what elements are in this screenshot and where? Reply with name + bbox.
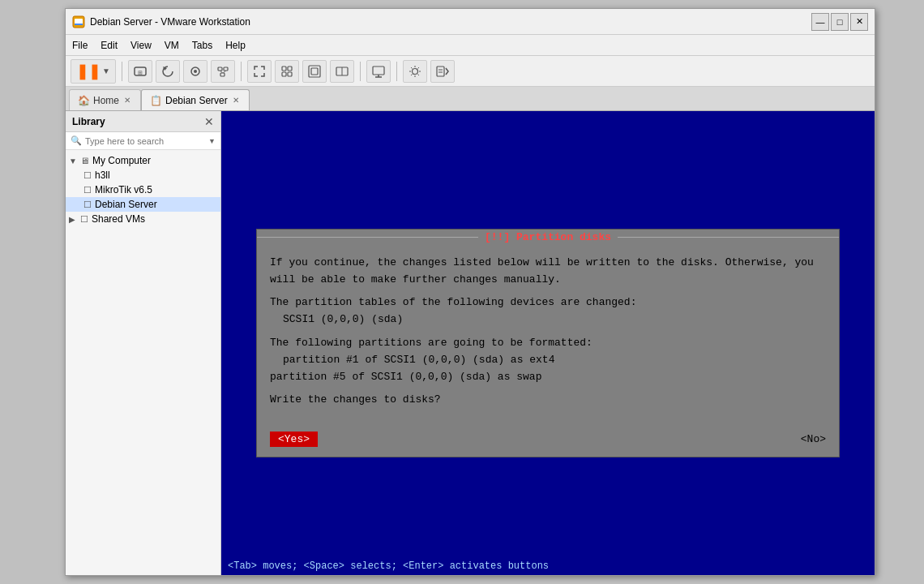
debian-server-label: Debian Server	[95, 199, 157, 210]
tab-debian-server[interactable]: 📋 Debian Server ✕	[141, 89, 250, 110]
tab-home-close[interactable]: ✕	[122, 96, 132, 105]
toolbar-sep-3	[360, 62, 361, 81]
title-bar-left: Debian Server - VMware Workstation	[72, 15, 250, 28]
svg-rect-10	[220, 73, 225, 76]
h3ll-label: h3ll	[95, 170, 110, 181]
partition-dialog: [!!] Partition disks If you continue, th…	[256, 229, 840, 457]
debian-tab-icon: 📋	[150, 95, 162, 106]
minimize-button[interactable]: —	[811, 13, 829, 31]
dialog-title-text: [!!] Partition disks	[478, 231, 618, 243]
fit-guest-button[interactable]	[302, 60, 327, 83]
send-ctrl-alt-del-button[interactable]: ⊞	[128, 60, 152, 83]
sidebar-tree: ▼ 🖥 My Computer ☐ h3ll ☐ MikroTik v6.5 ☐	[66, 150, 220, 575]
expand-icon-shared: ▶	[69, 215, 77, 224]
autofit-button[interactable]	[330, 60, 354, 83]
dialog-indent-2: partition #1 of SCSI1 (0,0,0) (sda) as e…	[270, 354, 554, 383]
svg-rect-17	[309, 66, 320, 77]
svg-rect-13	[282, 67, 286, 71]
vm-icon-mikrotik: ☐	[83, 185, 92, 195]
home-tab-icon: 🏠	[78, 95, 90, 106]
toolbar: ❚❚ ▼ ⊞	[66, 56, 875, 87]
menu-edit[interactable]: Edit	[94, 38, 124, 53]
sidebar-close-button[interactable]: ✕	[204, 115, 214, 128]
vm-icon-debian: ☐	[83, 200, 92, 210]
menu-vm[interactable]: VM	[158, 38, 186, 53]
vm-icon-h3ll: ☐	[83, 170, 92, 181]
toolbar-sep-4	[396, 62, 397, 81]
svg-rect-1	[75, 19, 83, 24]
sidebar-header: Library ✕	[66, 111, 220, 132]
my-computer-label: My Computer	[92, 155, 151, 166]
dialog-no-button[interactable]: <No>	[801, 433, 826, 445]
content-area: Library ✕ 🔍 ▼ ▼ 🖥 My Computer ☐ h3ll	[66, 111, 875, 575]
vm-status-bar: <Tab> moves; <Space> selects; <Enter> ac…	[221, 557, 875, 575]
computer-icon: 🖥	[80, 156, 89, 165]
search-dropdown-icon[interactable]: ▼	[208, 137, 216, 145]
title-bar-controls: — □ ✕	[811, 13, 868, 31]
tree-item-debian-server[interactable]: ☐ Debian Server	[66, 197, 220, 212]
svg-rect-18	[311, 68, 318, 75]
tab-debian-label: Debian Server	[165, 95, 228, 106]
vm-display-area[interactable]: [!!] Partition disks If you continue, th…	[221, 111, 875, 575]
mikrotik-label: MikroTik v6.5	[95, 184, 152, 195]
shared-vms-label: Shared VMs	[92, 213, 145, 225]
menu-file[interactable]: File	[66, 38, 94, 53]
snapshot-manager-button[interactable]	[211, 60, 235, 83]
dialog-title-bar: [!!] Partition disks	[257, 230, 839, 245]
status-bar-text: <Tab> moves; <Space> selects; <Enter> ac…	[228, 560, 549, 572]
take-snapshot-button[interactable]	[183, 60, 207, 83]
title-bar: Debian Server - VMware Workstation — □ ✕	[66, 9, 875, 35]
tree-item-mikrotik[interactable]: ☐ MikroTik v6.5	[66, 182, 220, 197]
virtual-machine-settings-button[interactable]	[403, 60, 427, 83]
dialog-line-3: The following partitions are going to be…	[270, 335, 826, 385]
svg-rect-9	[224, 67, 228, 71]
fullscreen-button[interactable]	[247, 60, 272, 83]
dialog-question: Write the changes to disks?	[270, 392, 826, 409]
revert-snapshot-button[interactable]	[156, 60, 180, 83]
window-title: Debian Server - VMware Workstation	[90, 16, 250, 28]
dialog-yes-button[interactable]: <Yes>	[270, 432, 318, 447]
search-icon: 🔍	[71, 135, 82, 146]
tab-home-label: Home	[93, 95, 119, 106]
dialog-buttons: <Yes> <No>	[257, 425, 839, 457]
switch-view-button[interactable]	[430, 60, 455, 83]
svg-rect-15	[282, 72, 286, 76]
tree-item-shared-vms[interactable]: ▶ ☐ Shared VMs	[66, 212, 220, 226]
toolbar-sep-1	[122, 62, 122, 81]
tab-debian-close[interactable]: ✕	[231, 96, 241, 105]
restore-button[interactable]: □	[831, 13, 849, 31]
tree-item-h3ll[interactable]: ☐ h3ll	[66, 168, 220, 182]
svg-point-7	[194, 70, 197, 73]
svg-rect-8	[218, 67, 222, 71]
svg-rect-2	[75, 24, 83, 25]
dialog-indent-1: SCSI1 (0,0,0) (sda)	[270, 313, 403, 325]
search-input[interactable]	[85, 136, 205, 146]
menu-help[interactable]: Help	[219, 38, 252, 53]
pause-dropdown-icon[interactable]: ▼	[102, 67, 110, 75]
menu-view[interactable]: View	[124, 38, 158, 53]
app-icon	[72, 15, 85, 28]
sidebar: Library ✕ 🔍 ▼ ▼ 🖥 My Computer ☐ h3ll	[66, 111, 221, 575]
dialog-line-2: The partition tables of the following de…	[270, 294, 826, 328]
pause-icon: ❚❚	[76, 62, 101, 80]
tree-item-my-computer[interactable]: ▼ 🖥 My Computer	[66, 153, 220, 168]
pause-button[interactable]: ❚❚ ▼	[71, 59, 116, 84]
console-view-button[interactable]	[366, 60, 391, 83]
svg-text:⊞: ⊞	[138, 70, 143, 75]
toolbar-sep-2	[241, 62, 242, 81]
sidebar-search-bar: 🔍 ▼	[66, 132, 220, 150]
svg-rect-14	[288, 67, 292, 71]
dialog-body: If you continue, the changes listed belo…	[257, 245, 839, 425]
main-window: Debian Server - VMware Workstation — □ ✕…	[65, 8, 875, 576]
tab-bar: 🏠 Home ✕ 📋 Debian Server ✕	[66, 87, 875, 111]
svg-rect-16	[288, 72, 292, 76]
svg-rect-24	[437, 67, 444, 76]
menu-tabs[interactable]: Tabs	[186, 38, 219, 53]
sidebar-title: Library	[72, 116, 105, 127]
svg-rect-21	[373, 67, 384, 75]
close-button[interactable]: ✕	[850, 13, 868, 31]
expand-icon-my-computer: ▼	[69, 157, 77, 165]
tab-home[interactable]: 🏠 Home ✕	[69, 89, 141, 110]
shared-icon: ☐	[80, 214, 88, 225]
unity-button[interactable]	[275, 60, 299, 83]
